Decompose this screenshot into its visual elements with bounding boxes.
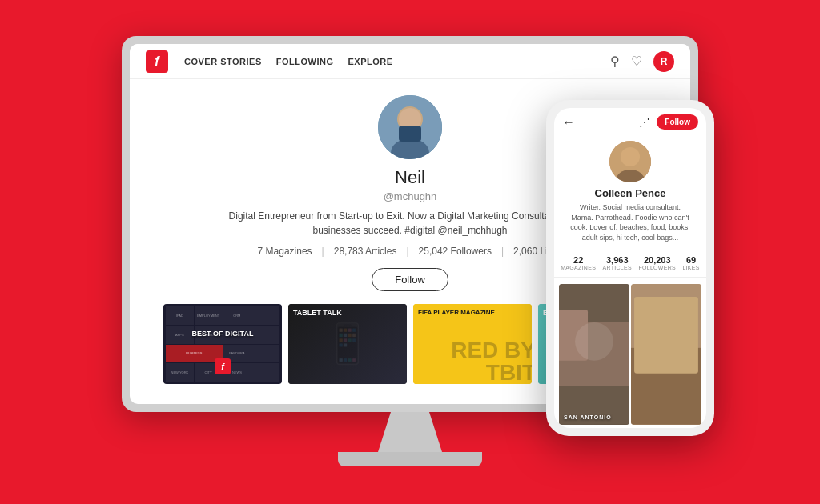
follow-button[interactable]: Follow xyxy=(372,268,448,291)
back-arrow-icon[interactable]: ← xyxy=(562,115,575,130)
magazine-fifa[interactable]: RED BYTBIT FIFA PLAYER MAGAZINE xyxy=(413,304,532,384)
magazine-tablet-talk[interactable]: 📱 TABLET TALK xyxy=(288,304,407,384)
tablet-talk-bg: 📱 TABLET TALK xyxy=(288,304,407,384)
phone-image-2[interactable] xyxy=(631,284,701,425)
share-icon[interactable]: ⋰ xyxy=(639,116,650,129)
svg-point-6 xyxy=(621,147,640,166)
mobile-phone: ← ⋰ Follow xyxy=(546,100,714,436)
phone-avatar xyxy=(609,141,651,182)
magazine-title: TABLET TALK xyxy=(293,309,342,318)
grid-cell: IPAD xyxy=(166,306,194,325)
phone-images-row: SAN ANTONIO xyxy=(554,278,706,428)
profile-name: Neil xyxy=(395,167,425,188)
phone-topbar: ← ⋰ Follow xyxy=(554,108,706,136)
scene: f COVER STORIES FOLLOWING EXPLORE ⚲ ♡ R xyxy=(26,20,794,484)
navbar: f COVER STORIES FOLLOWING EXPLORE ⚲ ♡ R xyxy=(130,44,690,79)
profile-avatar xyxy=(378,95,442,159)
flipboard-f-icon: f xyxy=(215,358,231,374)
phone-stat-articles: 3,963 ARTICLES xyxy=(603,255,633,270)
phone-top-icons: ⋰ Follow xyxy=(639,114,698,130)
stat-divider-2: | xyxy=(406,246,408,257)
grid-cell: EMPLOYMENT xyxy=(195,306,223,325)
grid-cell xyxy=(251,363,279,382)
phone-avatar-image xyxy=(609,141,651,182)
monitor-neck xyxy=(378,412,442,452)
stat-divider-1: | xyxy=(322,246,324,257)
svg-rect-4 xyxy=(399,126,421,142)
nav-links: COVER STORIES FOLLOWING EXPLORE xyxy=(184,57,610,66)
grid-cell: NEW YORK xyxy=(166,363,194,382)
profile-handle: @mchughn xyxy=(384,190,437,202)
phone-profile-name: Colleen Pence xyxy=(595,187,666,199)
stat-magazines: 7 Magazines xyxy=(258,246,312,257)
grid-cell: CRM xyxy=(223,306,251,325)
stat-articles: 28,783 Articles xyxy=(334,246,397,257)
nav-icons: ⚲ ♡ R xyxy=(610,51,674,72)
svg-rect-14 xyxy=(634,297,698,374)
phone-screen: ← ⋰ Follow xyxy=(554,108,706,428)
profile-bio: Digital Entrepreneur from Start-up to Ex… xyxy=(218,209,602,238)
grid-cell xyxy=(251,306,279,325)
grid-cell-red: BUSINESS xyxy=(166,345,223,363)
flipboard-logo: f xyxy=(146,50,168,73)
svg-point-11 xyxy=(575,322,613,361)
grid-cell xyxy=(251,345,279,363)
phone-stat-likes: 69 LIKES xyxy=(682,255,699,270)
magazine-title: BEST OF DIGITAL xyxy=(169,330,275,338)
notification-icon[interactable]: ♡ xyxy=(631,54,642,69)
nav-following[interactable]: FOLLOWING xyxy=(276,57,334,66)
profile-stats: 7 Magazines | 28,783 Articles | 25,042 F… xyxy=(258,246,563,257)
phone-follow-button[interactable]: Follow xyxy=(657,114,698,130)
phone-profile-bio: Writer. Social media consultant. Mama. P… xyxy=(562,202,698,242)
san-antonio-label: SAN ANTONIO xyxy=(564,414,612,420)
magazine-title: FIFA PLAYER MAGAZINE xyxy=(418,309,495,317)
nav-cover-stories[interactable]: COVER STORIES xyxy=(184,57,262,66)
magazine-best-of-digital[interactable]: IPAD EMPLOYMENT CRM APPS ADVENTURE TRAVE… xyxy=(163,304,282,384)
desktop-monitor: f COVER STORIES FOLLOWING EXPLORE ⚲ ♡ R xyxy=(122,36,698,484)
tablet-icon: 📱 xyxy=(324,322,372,366)
search-icon[interactable]: ⚲ xyxy=(610,54,620,69)
fifa-bg: RED BYTBIT FIFA PLAYER MAGAZINE xyxy=(413,304,532,384)
stat-divider-3: | xyxy=(501,246,504,257)
phone-profile-section: Colleen Pence Writer. Social media consu… xyxy=(554,136,706,255)
phone-stat-followers: 20,203 FOLLOWERS xyxy=(638,255,676,270)
user-avatar[interactable]: R xyxy=(653,51,674,72)
phone-image-1[interactable]: SAN ANTONIO xyxy=(559,284,629,425)
phone-stat-magazines: 22 MAGAZINES xyxy=(561,255,596,270)
phone-stats: 22 MAGAZINES 3,963 ARTICLES 20,203 FOLLO… xyxy=(554,255,706,278)
nav-explore[interactable]: EXPLORE xyxy=(348,57,392,66)
stat-followers: 25,042 Followers xyxy=(419,246,492,257)
fifa-text-bg: RED BYTBIT xyxy=(451,339,532,384)
monitor-base xyxy=(338,452,482,466)
profile-avatar-image xyxy=(378,95,442,159)
